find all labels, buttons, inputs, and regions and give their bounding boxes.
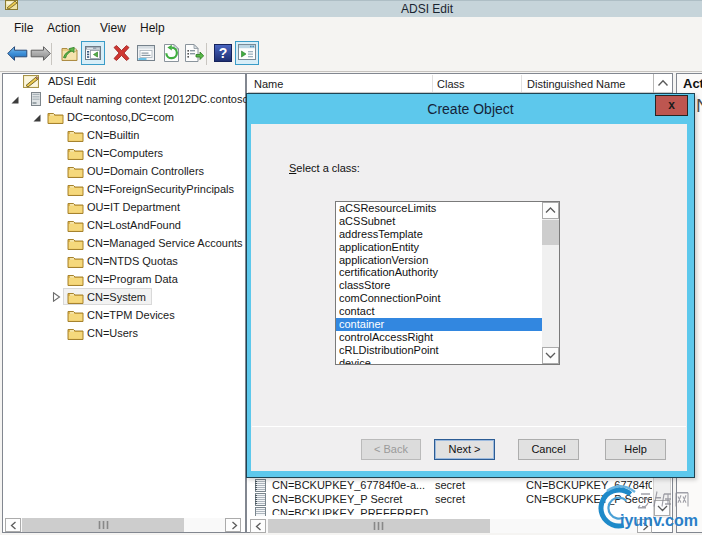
svg-text:?: ? — [219, 45, 228, 61]
svg-text:iyunv.com: iyunv.com — [620, 512, 698, 529]
